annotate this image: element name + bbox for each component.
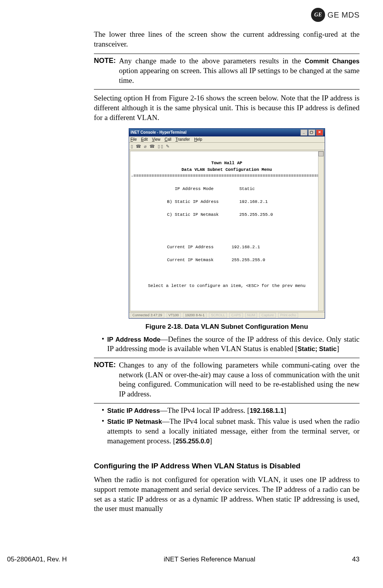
close-icon[interactable]: ✕	[316, 129, 323, 136]
status-term: VT100	[167, 313, 181, 318]
status-connected: Connected 3:47:29	[131, 313, 164, 318]
footer-pagenum: 43	[352, 555, 360, 564]
menu-help[interactable]: Help	[194, 137, 202, 142]
footer-title: iNET Series Reference Manual	[164, 555, 255, 564]
status-scroll: SCROLL	[209, 313, 227, 318]
bullet-list-1: IP Address Mode—Defines the source of th…	[94, 335, 360, 354]
menu-edit[interactable]: Edit	[141, 137, 147, 142]
current-ip-label: Current IP Address	[167, 245, 214, 249]
menu-file[interactable]: FFileile	[131, 137, 137, 142]
scroll-thumb[interactable]	[318, 151, 324, 156]
status-printecho: Print echo	[278, 313, 298, 318]
menu-transfer[interactable]: Transfer	[176, 137, 190, 142]
scrollbar[interactable]	[318, 151, 324, 311]
current-netmask-label: Current IP Netmask	[167, 258, 214, 262]
static-netmask-label: C) Static IP Netmask	[167, 212, 219, 217]
note-block-params: NOTE: Changes to any of the following pa…	[94, 360, 360, 399]
maximize-icon[interactable]: ▢	[308, 129, 315, 136]
ge-mds-logo: GE GE MDS	[311, 8, 360, 22]
desc-static-ip: —The IPv4 local IP address. [	[160, 406, 250, 414]
default-ip-mode: Static; Static	[298, 345, 337, 352]
bullet-static-ip: Static IP Address—The IPv4 local IP addr…	[102, 406, 360, 416]
default-static-netmask: 255.255.0.0	[176, 437, 210, 445]
ge-monogram-icon: GE	[311, 8, 325, 22]
term-prompt: Select a letter to configure an item, <E…	[131, 283, 323, 289]
menu-view[interactable]: View	[152, 137, 160, 142]
static-netmask-value: 255.255.255.0	[239, 212, 273, 217]
vlan-disabled-paragraph: When the radio is not configured for ope…	[94, 475, 360, 514]
menu-bar[interactable]: FFileile Edit View Call Transfer Help	[129, 136, 325, 143]
term-static-ip: Static IP Address	[107, 407, 160, 414]
term-static-netmask: Static IP Netmask	[107, 418, 162, 425]
status-num: NUM	[245, 313, 257, 318]
bullet-static-netmask: Static IP Netmask—The IPv4 local subnet …	[102, 417, 360, 446]
note-pre: Any change made to the above parameters …	[119, 57, 305, 65]
status-baud: 19200 8-N-1	[183, 313, 207, 318]
bracket-close: ]	[336, 344, 339, 353]
term-title-1: Town Hall AP	[131, 160, 323, 167]
bullet-ip-address-mode: IP Address Mode—Defines the source of th…	[102, 335, 360, 354]
window-titlebar: iNET Console - HyperTerminal _ ▢ ✕	[129, 129, 325, 136]
ip-mode-label: IP Address Mode	[175, 186, 214, 191]
term-ip-mode: IP Address Mode	[107, 336, 160, 343]
page-footer: 05-2806A01, Rev. H iNET Series Reference…	[0, 555, 383, 564]
ge-mds-text: GE MDS	[327, 10, 360, 20]
divider	[94, 403, 360, 403]
divider	[94, 54, 360, 54]
term-separator: -=======================================…	[131, 174, 324, 178]
note-bold-term: Commit Changes	[305, 57, 360, 65]
bullet-list-2: Static IP Address—The IPv4 local IP addr…	[94, 406, 360, 446]
note-block-commit: NOTE: Any change made to the above param…	[94, 56, 360, 85]
default-static-ip: 192.168.1.1	[250, 407, 284, 414]
figure-terminal: iNET Console - HyperTerminal _ ▢ ✕ FFile…	[94, 128, 360, 319]
divider	[94, 89, 360, 90]
intro-paragraph: The lower three lines of the screen show…	[94, 30, 360, 49]
minimize-icon[interactable]: _	[300, 129, 307, 136]
ip-mode-value: Static	[239, 186, 255, 191]
divider	[94, 358, 360, 358]
footer-docnum: 05-2806A01, Rev. H	[7, 555, 67, 564]
status-capture: Capture	[259, 313, 276, 318]
terminal-screen: Town Hall APData VLAN Subnet Configurati…	[130, 151, 324, 311]
note-text: Any change made to the above parameters …	[119, 56, 360, 85]
static-ip-value: 192.168.2.1	[239, 199, 268, 204]
note-text: Changes to any of the following paramete…	[119, 360, 360, 399]
current-ip-value: 192.168.2.1	[232, 245, 260, 249]
note-label: NOTE:	[94, 360, 116, 399]
note-label: NOTE:	[94, 56, 116, 85]
hyperterminal-window: iNET Console - HyperTerminal _ ▢ ✕ FFile…	[129, 128, 325, 319]
toolbar[interactable]: ▯ ☎ ⌀ ☎ ▯▯ ✎	[129, 143, 325, 150]
window-title: iNET Console - HyperTerminal	[131, 130, 187, 135]
current-netmask-value: 255.255.255.0	[232, 258, 265, 262]
status-bar: Connected 3:47:29 VT100 19200 8-N-1 SCRO…	[129, 312, 325, 319]
menu-call[interactable]: Call	[165, 137, 171, 142]
term-title-2: Data VLAN Subnet Configuration Menu	[131, 167, 323, 173]
select-h-paragraph: Selecting option H from Figure 2-16 show…	[94, 93, 360, 122]
status-caps: CAPS	[229, 313, 243, 318]
figure-caption: Figure 2-18. Data VLAN Subnet Configurat…	[94, 323, 360, 331]
bracket-close: ]	[284, 406, 286, 414]
bracket-close: ]	[210, 437, 212, 445]
page-header: GE GE MDS	[23, 8, 360, 22]
note-post: option appearing on screen. This allows …	[119, 66, 360, 84]
static-ip-label: B) Static IP Address	[167, 199, 219, 204]
section-heading-vlan-disabled: Configuring the IP Address When VLAN Sta…	[94, 461, 360, 471]
